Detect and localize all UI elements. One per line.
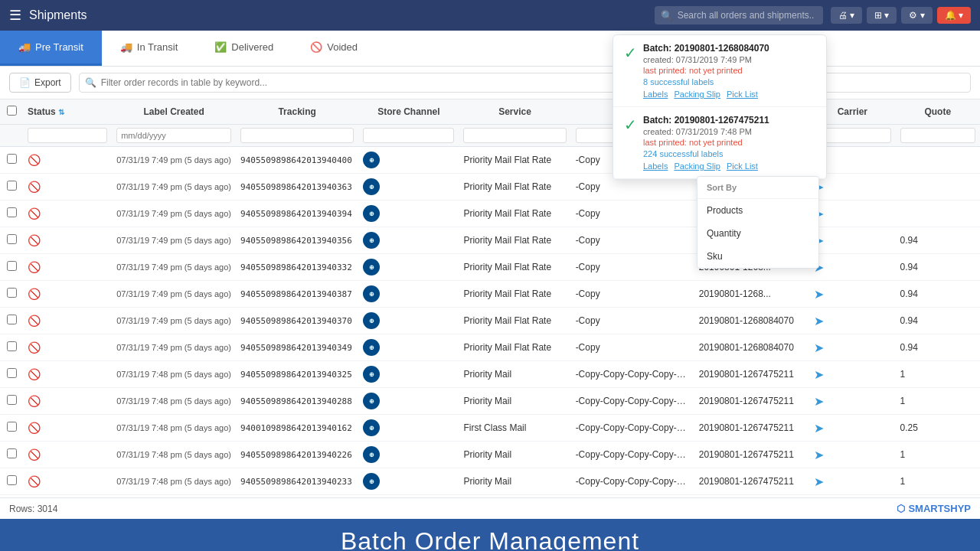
batch-title-1: Batch: 20190801-1268084070 xyxy=(643,43,769,54)
batch-link-packing-1[interactable]: Packing Slip xyxy=(674,90,720,99)
label-created-filter xyxy=(112,125,236,147)
row-checkbox[interactable] xyxy=(7,207,17,217)
row-checkbox[interactable] xyxy=(7,475,17,485)
store-channel-filter-input[interactable] xyxy=(363,128,454,143)
row-store-channel: ⊕ xyxy=(358,201,459,227)
row-status: 🚫 xyxy=(23,227,112,254)
row-order-num: -Copy-Copy-Copy-Copy-Copy-Copy xyxy=(571,388,694,415)
tab-delivered[interactable]: ✅ Delivered xyxy=(196,31,292,66)
row-order-num: -Copy-Copy-Copy-Copy-Copy xyxy=(571,361,694,388)
alert-button[interactable]: 🔔 ▾ xyxy=(937,7,971,24)
row-store-channel: ⊕ xyxy=(358,147,459,174)
row-tracking: 9405509898642013940233 xyxy=(236,468,358,495)
usps-icon: ⊕ xyxy=(363,419,380,436)
batch-link-labels-2[interactable]: Labels xyxy=(643,161,668,171)
select-all-checkbox[interactable] xyxy=(7,106,17,116)
sort-by-products[interactable]: Products xyxy=(697,199,818,222)
row-carrier: ➤ xyxy=(809,281,895,308)
usps-icon: ⊕ xyxy=(363,259,380,276)
status-error-icon: 🚫 xyxy=(28,448,41,461)
carrier-icon: ➤ xyxy=(814,448,824,461)
sort-by-quantity[interactable]: Quantity xyxy=(697,222,818,245)
filter-wrapper: 🔍 xyxy=(79,73,971,93)
export-button[interactable]: 📄 Export xyxy=(9,73,71,93)
row-status: 🚫 xyxy=(23,254,112,281)
batch-item-2: ✓ Batch: 20190801-1267475211 created: 07… xyxy=(613,107,826,179)
row-service: Priority Mail xyxy=(459,468,570,495)
quote-filter xyxy=(896,125,980,147)
tab-voided[interactable]: 🚫 Voided xyxy=(292,31,376,66)
row-checkbox-col xyxy=(0,334,23,361)
usps-icon: ⊕ xyxy=(363,312,380,329)
row-store-channel: ⊕ xyxy=(358,281,459,308)
batch-link-picklist-2[interactable]: Pick List xyxy=(727,161,758,171)
row-checkbox[interactable] xyxy=(7,181,17,191)
quote-filter-input[interactable] xyxy=(900,128,975,143)
row-tracking: 9405509898642013940288 xyxy=(236,388,358,415)
service-filter-input[interactable] xyxy=(463,128,566,143)
columns-button[interactable]: ⊞ ▾ xyxy=(867,7,897,24)
row-checkbox[interactable] xyxy=(7,341,17,351)
row-status: 🚫 xyxy=(23,415,112,442)
status-sort-icon[interactable]: ⇅ xyxy=(58,108,64,116)
status-filter-input[interactable] xyxy=(28,128,107,143)
row-checkbox[interactable] xyxy=(7,261,17,271)
batch-header-1: ✓ Batch: 20190801-1268084070 created: 07… xyxy=(624,43,815,99)
row-service: Priority Mail Flat Rate xyxy=(459,334,570,361)
batch-link-picklist-1[interactable]: Pick List xyxy=(727,90,758,99)
row-checkbox[interactable] xyxy=(7,395,17,405)
label-created-filter-input[interactable] xyxy=(116,128,231,143)
carrier-icon: ➤ xyxy=(814,368,824,381)
batch-link-packing-2[interactable]: Packing Slip xyxy=(674,161,720,171)
table-row: 🚫07/31/19 7:49 pm (5 days ago)9405509898… xyxy=(0,254,980,281)
row-batch-num: 20190801-1267475211 xyxy=(694,415,809,442)
table-row: 🚫07/31/19 7:49 pm (5 days ago)9405509898… xyxy=(0,201,980,227)
batch-check-icon-1: ✓ xyxy=(624,44,637,62)
tab-pre-transit[interactable]: 🚚 Pre Transit xyxy=(0,31,102,66)
row-checkbox[interactable] xyxy=(7,448,17,458)
global-search-input[interactable] xyxy=(655,6,823,24)
status-error-icon: 🚫 xyxy=(28,207,41,220)
settings-button[interactable]: ⚙ ▾ xyxy=(901,7,932,24)
pre-transit-icon: 🚚 xyxy=(18,41,31,53)
row-label-created: 07/31/19 7:48 pm (5 days ago) xyxy=(112,361,236,388)
row-service: First Class Mail xyxy=(459,415,570,442)
batch-item-1: ✓ Batch: 20190801-1268084070 created: 07… xyxy=(613,35,826,107)
sort-by-sku[interactable]: Sku xyxy=(697,245,818,268)
delivered-icon: ✅ xyxy=(214,41,227,53)
row-quote xyxy=(896,147,980,174)
tab-in-transit[interactable]: 🚚 In Transit xyxy=(102,31,196,66)
in-transit-icon: 🚚 xyxy=(120,41,132,53)
row-carrier: ➤ xyxy=(809,361,895,388)
row-checkbox[interactable] xyxy=(7,368,17,378)
row-carrier: ➤ xyxy=(809,201,895,227)
row-store-channel: ⊕ xyxy=(358,415,459,442)
row-batch-num: 20190801-1267475211 xyxy=(694,388,809,415)
sort-by-menu: Sort By Products Quantity Sku xyxy=(697,176,819,269)
table-row: 🚫07/31/19 7:49 pm (5 days ago)9405509898… xyxy=(0,147,980,174)
print-button[interactable]: 🖨 ▾ xyxy=(831,7,862,24)
tracking-filter-input[interactable] xyxy=(240,128,354,143)
menu-icon[interactable]: ☰ xyxy=(9,7,21,24)
service-col-header: Service xyxy=(459,99,570,125)
row-store-channel: ⊕ xyxy=(358,334,459,361)
row-checkbox-col xyxy=(0,442,23,468)
row-checkbox[interactable] xyxy=(7,234,17,244)
row-quote: 0.94 xyxy=(896,227,980,254)
row-checkbox[interactable] xyxy=(7,288,17,298)
carrier-icon: ➤ xyxy=(814,475,824,488)
row-status: 🚫 xyxy=(23,388,112,415)
status-error-icon: 🚫 xyxy=(28,234,41,246)
store-channel-col-header: Store Channel xyxy=(358,99,459,125)
label-created-col-header: Label Created xyxy=(112,99,236,125)
filter-input[interactable] xyxy=(79,73,971,93)
row-checkbox[interactable] xyxy=(7,154,17,164)
row-tracking: 9405509898642013940363 xyxy=(236,174,358,201)
row-quote: 1 xyxy=(896,468,980,495)
row-checkbox[interactable] xyxy=(7,315,17,324)
usps-icon: ⊕ xyxy=(363,473,380,490)
row-checkbox[interactable] xyxy=(7,422,17,432)
batch-link-labels-1[interactable]: Labels xyxy=(643,90,668,99)
row-quote: 0.94 xyxy=(896,281,980,308)
row-quote: 0.94 xyxy=(896,334,980,361)
